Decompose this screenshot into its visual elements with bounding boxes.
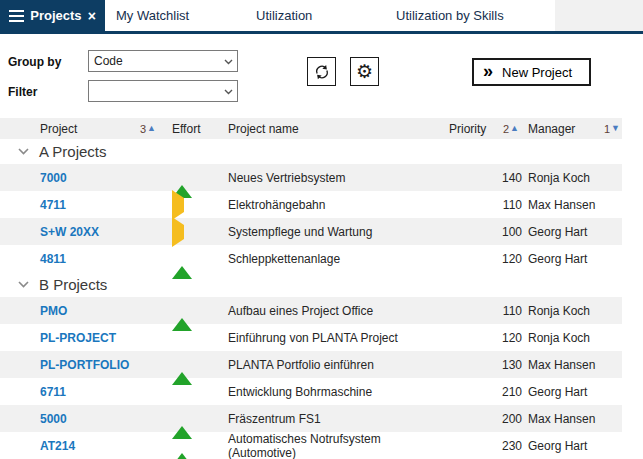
chevron-down-icon[interactable] (18, 148, 29, 155)
effort-cell (172, 198, 228, 212)
project-name: PLANTA Portfolio einführen (228, 358, 449, 372)
table-row[interactable]: 6711 Entwicklung Bohrmaschine 210 Georg … (0, 378, 622, 405)
refresh-button[interactable] (307, 57, 336, 86)
settings-button[interactable]: ⚙ (350, 57, 379, 86)
effort-cell (172, 304, 228, 318)
tab-utilization-by-skills[interactable]: Utilization by Skills (385, 0, 555, 31)
manager-name: Max Hansen (528, 358, 622, 372)
project-name: Neues Vertriebsystem (228, 171, 449, 185)
project-code-link[interactable]: 7000 (40, 171, 172, 185)
priority-value: 110 (449, 304, 522, 318)
column-header-name[interactable]: Project name (228, 122, 449, 136)
group-by-select[interactable]: Code (88, 50, 238, 72)
table-row[interactable]: PL-PROJECT Einführung von PLANTA Project… (0, 324, 622, 351)
new-project-button[interactable]: » New Project (472, 58, 591, 86)
project-code-link[interactable]: PL-PROJECT (40, 331, 172, 345)
refresh-icon (313, 63, 331, 81)
project-code-link[interactable]: 6711 (40, 385, 172, 399)
table-row[interactable]: PMO Aufbau eines Project Office 110 Ronj… (0, 297, 622, 324)
manager-name: Max Hansen (528, 412, 622, 426)
effort-cell (172, 439, 228, 453)
effort-trend-up-icon (172, 358, 192, 385)
column-header-effort[interactable]: Effort (172, 122, 228, 136)
effort-trend-up-icon (172, 304, 192, 331)
group-by-label: Group by (8, 55, 61, 69)
manager-name: Ronja Koch (528, 304, 622, 318)
tab-bar: Projects × My Watchlist Utilization Util… (0, 0, 643, 31)
table-row[interactable]: AT214 Automatisches Notrufsystem (Automo… (0, 432, 622, 459)
table-row[interactable]: 4711 Elektrohängebahn 110 Max Hansen (0, 191, 622, 218)
menu-icon[interactable] (9, 10, 24, 22)
project-code-link[interactable]: PL-PORTFOLIO (40, 358, 172, 372)
table-row[interactable]: 5000 Fräszentrum FS1 200 Max Hansen (0, 405, 622, 432)
effort-cell (172, 225, 228, 239)
group-label: A Projects (39, 143, 107, 160)
manager-name: Georg Hart (528, 225, 622, 239)
chevron-down-icon (224, 59, 233, 65)
tab-projects-label: Projects (30, 8, 81, 23)
tabbar-filler (555, 0, 643, 31)
priority-value: 200 (449, 412, 522, 426)
priority-sort-indicator: 2 ▲ (503, 122, 519, 136)
chevron-down-icon[interactable] (18, 281, 29, 288)
table-row[interactable]: 7000 Neues Vertriebsystem 140 Ronja Koch (0, 164, 622, 191)
project-code-link[interactable]: PMO (40, 304, 172, 318)
column-header-manager[interactable]: Manager (528, 122, 575, 136)
gear-icon: ⚙ (356, 62, 373, 81)
tab-utilization-label: Utilization (256, 8, 312, 23)
manager-name: Max Hansen (528, 198, 622, 212)
chevron-down-icon (224, 89, 233, 95)
tab-my-watchlist[interactable]: My Watchlist (105, 0, 245, 31)
effort-trend-right-icon (172, 217, 184, 247)
projects-table: Project3▲ EffortProject name Priority 2 … (0, 118, 643, 459)
manager-name: Georg Hart (528, 385, 622, 399)
filter-select[interactable] (88, 80, 238, 102)
sort-desc-icon: ▼ (611, 124, 620, 133)
double-chevron-right-icon: » (483, 62, 493, 80)
tab-utilization[interactable]: Utilization (245, 0, 385, 31)
tab-my-watchlist-label: My Watchlist (116, 8, 189, 23)
project-code-link[interactable]: 4811 (40, 252, 172, 266)
project-code-link[interactable]: 5000 (40, 412, 172, 426)
toolbar: Group by Code Filter ⚙ » New Project (0, 34, 643, 118)
table-header-row: Project3▲ EffortProject name Priority 2 … (0, 118, 622, 139)
group-by-value: Code (94, 54, 123, 68)
group-header[interactable]: B Projects (0, 272, 643, 297)
table-body: A Projects 7000 Neues Vertriebsystem 140… (0, 139, 643, 459)
project-code-link[interactable]: S+W 20XX (40, 225, 172, 239)
manager-sort-indicator: 1 ▼ (604, 122, 620, 136)
effort-trend-up-icon (172, 412, 192, 439)
project-code-link[interactable]: 4711 (40, 198, 172, 212)
project-code-link[interactable]: AT214 (40, 439, 172, 453)
project-name: Aufbau eines Project Office (228, 304, 449, 318)
manager-name: Georg Hart (528, 439, 622, 453)
priority-value: 100 (449, 225, 522, 239)
manager-name: Ronja Koch (528, 171, 622, 185)
tab-projects[interactable]: Projects × (0, 0, 105, 31)
table-row[interactable]: S+W 20XX Systempflege und Wartung 100 Ge… (0, 218, 622, 245)
priority-value: 120 (449, 252, 522, 266)
manager-name: Georg Hart (528, 252, 622, 266)
sort-asc-icon: ▲ (147, 124, 156, 133)
priority-value: 140 (449, 171, 522, 185)
column-header-project[interactable]: Project3▲ (40, 122, 172, 136)
project-name: Einführung von PLANTA Project (228, 331, 449, 345)
effort-trend-right-icon (172, 190, 184, 220)
effort-cell (172, 171, 228, 185)
column-header-priority[interactable]: Priority (449, 122, 486, 136)
project-name: Schleppkettenanlage (228, 252, 449, 266)
close-icon[interactable]: × (88, 9, 96, 23)
table-row[interactable]: 4811 Schleppkettenanlage 120 Georg Hart (0, 245, 622, 272)
manager-name: Ronja Koch (528, 331, 622, 345)
tab-utilization-by-skills-label: Utilization by Skills (396, 8, 504, 23)
effort-cell (172, 252, 228, 266)
group-header[interactable]: A Projects (0, 139, 643, 164)
table-row[interactable]: PL-PORTFOLIO PLANTA Portfolio einführen … (0, 351, 622, 378)
project-name: Elektrohängebahn (228, 198, 449, 212)
priority-value: 110 (449, 198, 522, 212)
project-name: Systempflege und Wartung (228, 225, 449, 239)
effort-trend-up-icon (172, 439, 192, 459)
priority-value: 210 (449, 385, 522, 399)
effort-cell (172, 358, 228, 372)
filter-label: Filter (8, 85, 37, 99)
